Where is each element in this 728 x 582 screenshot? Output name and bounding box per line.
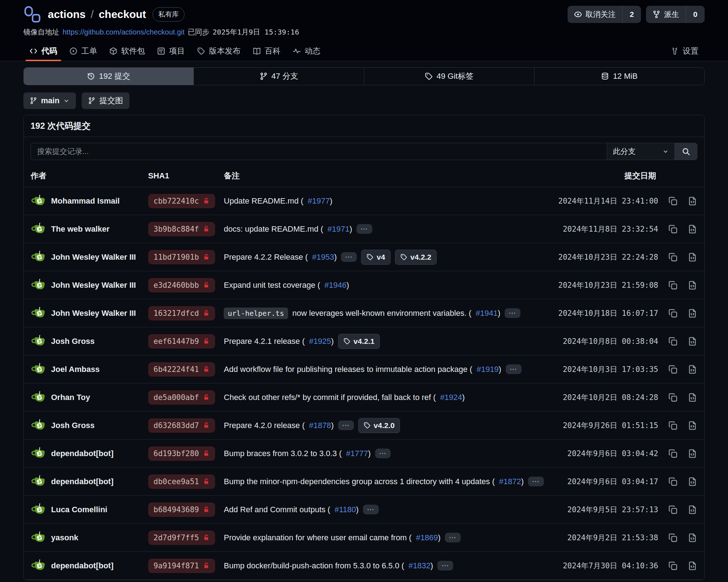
expand-commit-button[interactable]: ··· [505,308,520,318]
avatar[interactable] [31,334,46,349]
commit-sha-link[interactable]: 11bd71901b [148,250,215,264]
view-file-at-commit-button[interactable] [688,533,697,542]
pr-link[interactable]: #1832 [409,561,431,570]
commit-search-input[interactable] [31,143,607,160]
expand-commit-button[interactable]: ··· [506,364,522,374]
stat-branch[interactable]: 47 分支 [194,68,364,85]
commit-author-name[interactable]: John Wesley Walker III [51,281,136,290]
commit-author-name[interactable]: yasonk [51,533,78,542]
commit-author-name[interactable]: dependabot[bot] [51,449,114,458]
view-file-at-commit-button[interactable] [688,365,697,374]
copy-sha-button[interactable] [668,196,678,206]
avatar[interactable] [31,222,46,237]
pr-link[interactable]: #1977 [308,196,330,206]
commit-sha-link[interactable]: db0cee9a51 [148,474,215,489]
avatar[interactable] [31,558,46,573]
repo-name-link[interactable]: checkout [99,8,146,21]
commit-author-name[interactable]: Orhan Toy [51,393,90,402]
copy-sha-button[interactable] [668,477,678,486]
expand-commit-button[interactable]: ··· [445,533,461,542]
commit-author-name[interactable]: Joel Ambass [51,365,100,374]
tab-package[interactable]: 软件包 [103,41,151,61]
commit-author-name[interactable]: The web walker [51,224,110,234]
commit-sha-link[interactable]: 2d7d9f7ff5 [148,531,215,545]
view-file-at-commit-button[interactable] [688,421,697,430]
avatar[interactable] [31,250,46,265]
commit-sha-link[interactable]: 9a9194f871 [148,559,215,573]
copy-sha-button[interactable] [668,309,678,318]
view-file-at-commit-button[interactable] [688,393,697,402]
view-file-at-commit-button[interactable] [688,224,697,234]
tab-code[interactable]: 代码 [23,41,63,61]
commit-author-name[interactable]: Josh Gross [51,337,95,346]
pr-link[interactable]: #1924 [440,393,462,402]
copy-sha-button[interactable] [668,253,678,262]
expand-commit-button[interactable]: ··· [338,420,354,430]
avatar[interactable] [31,502,46,517]
avatar[interactable] [31,530,46,545]
pr-link[interactable]: #1919 [477,365,499,374]
mirror-url-link[interactable]: https://github.com/actions/checkout.git [63,28,185,36]
pr-link[interactable]: #1925 [309,337,331,346]
avatar[interactable] [31,306,46,321]
avatar[interactable] [31,390,46,405]
copy-sha-button[interactable] [668,561,678,570]
unwatch-button[interactable]: 取消关注 2 [568,6,641,23]
repo-owner-link[interactable]: actions [48,8,86,21]
avatar[interactable] [31,474,46,489]
expand-commit-button[interactable]: ··· [356,224,372,234]
tag-button[interactable]: v4 [361,250,390,265]
copy-sha-button[interactable] [668,365,678,374]
copy-sha-button[interactable] [668,224,678,234]
tag-button[interactable]: v4.2.1 [338,334,380,349]
stat-database[interactable]: 12 MiB [534,68,704,85]
commit-sha-link[interactable]: cbb722410c [148,194,215,208]
commit-sha-link[interactable]: b684943689 [148,503,215,517]
view-file-at-commit-button[interactable] [688,281,697,290]
expand-commit-button[interactable]: ··· [528,477,544,486]
watch-count[interactable]: 2 [622,6,641,23]
pr-link[interactable]: #1941 [476,309,498,318]
tag-button[interactable]: v4.2.0 [358,418,400,433]
tab-project[interactable]: 项目 [151,41,191,61]
tab-book[interactable]: 百科 [247,41,287,61]
avatar[interactable] [31,418,46,433]
view-file-at-commit-button[interactable] [688,196,697,206]
view-file-at-commit-button[interactable] [688,337,697,346]
avatar[interactable] [31,278,46,293]
pr-link[interactable]: #1946 [324,281,346,290]
pr-link[interactable]: #1953 [312,253,334,262]
expand-commit-button[interactable]: ··· [341,252,357,262]
branch-filter-dropdown[interactable]: 此分支 [607,143,674,160]
commit-sha-link[interactable]: 6b42224f41 [148,362,215,377]
expand-commit-button[interactable]: ··· [437,561,453,570]
commit-sha-link[interactable]: e3d2460bbb [148,278,215,292]
copy-sha-button[interactable] [668,505,678,514]
view-file-at-commit-button[interactable] [688,477,697,486]
commit-sha-link[interactable]: 3b9b8c884f [148,222,215,236]
fork-button[interactable]: 派生 0 [646,6,705,23]
commit-author-name[interactable]: Josh Gross [51,421,95,430]
copy-sha-button[interactable] [668,281,678,290]
copy-sha-button[interactable] [668,533,678,542]
view-file-at-commit-button[interactable] [688,449,697,458]
view-file-at-commit-button[interactable] [688,505,697,514]
commit-sha-link[interactable]: de5a000abf [148,390,215,405]
expand-commit-button[interactable]: ··· [375,449,391,458]
commit-graph-button[interactable]: 提交图 [82,92,129,109]
pr-link[interactable]: #1878 [309,421,331,430]
view-file-at-commit-button[interactable] [688,561,697,570]
avatar[interactable] [31,446,46,461]
tab-pulse[interactable]: 动态 [287,41,327,61]
view-file-at-commit-button[interactable] [688,309,697,318]
pr-link[interactable]: #1869 [416,533,438,542]
commit-author-name[interactable]: Luca Comellini [51,505,107,514]
avatar[interactable] [31,362,46,377]
view-file-at-commit-button[interactable] [688,253,697,262]
pr-link[interactable]: #1872 [499,477,521,486]
commit-sha-link[interactable]: 163217dfcd [148,306,215,320]
avatar[interactable] [31,194,46,209]
copy-sha-button[interactable] [668,449,678,458]
expand-commit-button[interactable]: ··· [363,505,379,514]
pr-link[interactable]: #1180 [335,505,356,514]
